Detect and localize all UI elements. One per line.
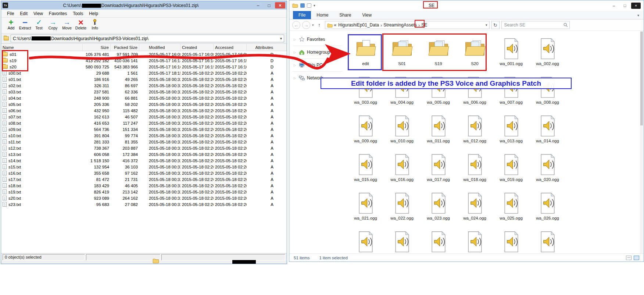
- search-input[interactable]: [501, 21, 570, 29]
- minimize-button[interactable]: –: [609, 3, 619, 9]
- menu-favorites[interactable]: Favorites: [46, 10, 70, 17]
- back-button[interactable]: ←: [292, 21, 300, 29]
- file-item[interactable]: [529, 228, 566, 253]
- scrollbar-thumb[interactable]: [640, 32, 643, 125]
- file-item[interactable]: wa_025.ogg: [493, 190, 529, 228]
- table-row[interactable]: s03.txt237 58162 3362015-05-18 00:322015…: [1, 89, 287, 95]
- file-item[interactable]: [457, 228, 493, 253]
- column-header-size[interactable]: Size: [83, 44, 111, 51]
- tab-file[interactable]: File: [293, 11, 311, 19]
- sidebar-item-favorites[interactable]: ▷Favorites: [289, 35, 346, 43]
- table-row[interactable]: s08.txt416 653117 2472015-05-18 00:32201…: [1, 120, 287, 126]
- file-item[interactable]: wa_026.ogg: [529, 190, 566, 228]
- file-item[interactable]: [384, 228, 420, 253]
- file-item[interactable]: wa_013.ogg: [493, 113, 529, 151]
- table-row[interactable]: s17.txt81 47221 7312015-05-18 00:322015-…: [1, 176, 287, 182]
- file-item[interactable]: wa_017.ogg: [420, 151, 457, 190]
- info-button[interactable]: iInfo: [88, 18, 102, 33]
- chevron-right-icon[interactable]: ▷: [294, 51, 297, 54]
- column-header-modified[interactable]: Modified: [139, 44, 180, 51]
- file-item[interactable]: [347, 228, 384, 253]
- ribbon-expand-icon[interactable]: ▾: [637, 13, 639, 17]
- file-item[interactable]: wa_014.ogg: [529, 113, 566, 151]
- folder-item[interactable]: S19: [420, 35, 457, 74]
- file-item[interactable]: wa_016.ogg: [384, 151, 420, 190]
- table-row[interactable]: s07.txt162 61346 5072015-05-18 00:322015…: [1, 114, 287, 120]
- table-row[interactable]: s15.txt132 95436 1032015-05-18 00:322015…: [1, 164, 287, 170]
- table-row[interactable]: s20.txt923 089264 1622015-05-18 00:32201…: [1, 195, 287, 201]
- file-item[interactable]: wa_008.ogg: [529, 74, 566, 113]
- file-item[interactable]: wa_015.ogg: [347, 151, 384, 190]
- breadcrumb-overflow[interactable]: «: [334, 22, 337, 28]
- table-row[interactable]: s14.txt1 518 150416 3722015-05-18 00:322…: [1, 157, 287, 164]
- table-row[interactable]: s11.txt281 33381 3552015-05-18 00:322015…: [1, 139, 287, 145]
- sevenzip-titlebar[interactable]: 7z C:\Users\Downloads\Higurashi\Higurash…: [1, 1, 287, 10]
- folder-item[interactable]: S20: [457, 35, 493, 74]
- table-row[interactable]: s05.txt205 33658 2022015-05-18 00:322015…: [1, 101, 287, 107]
- sidebar-item-homegroup[interactable]: ▷Homegroup: [289, 48, 346, 56]
- file-item[interactable]: [493, 228, 529, 253]
- column-header-created[interactable]: Created: [180, 44, 214, 51]
- chevron-right-icon[interactable]: ▷: [294, 38, 297, 41]
- maximize-button[interactable]: □: [620, 3, 630, 9]
- close-button[interactable]: ×: [631, 3, 641, 9]
- close-button[interactable]: ×: [275, 2, 285, 8]
- thumbnail-view-icon[interactable]: [634, 256, 639, 260]
- table-row[interactable]: s10.txt391 80499 7742015-05-18 00:322015…: [1, 132, 287, 139]
- file-item[interactable]: wa_004.ogg: [384, 74, 420, 113]
- file-item[interactable]: wa_021.ogg: [347, 190, 384, 228]
- chevron-right-icon[interactable]: ▷: [294, 77, 297, 80]
- menu-tools[interactable]: Tools: [70, 10, 86, 17]
- qat-dropdown-icon[interactable]: ▾: [314, 4, 315, 7]
- file-item[interactable]: wa_023.ogg: [420, 190, 457, 228]
- maximize-button[interactable]: □: [264, 2, 274, 8]
- table-row[interactable]: s01105 376 48197 591 7092015-05-17 16:08…: [1, 51, 287, 57]
- up-button[interactable]: ↑: [316, 21, 323, 29]
- extract-button[interactable]: −Extract: [18, 18, 32, 33]
- file-item[interactable]: wa_002.ogg: [529, 35, 566, 74]
- address-dropdown-icon[interactable]: ▾: [486, 23, 487, 27]
- folder-item[interactable]: S01: [384, 35, 420, 74]
- menu-view[interactable]: View: [31, 10, 46, 17]
- file-item[interactable]: wa_022.ogg: [384, 190, 420, 228]
- refresh-button[interactable]: ↻: [491, 21, 500, 29]
- table-row[interactable]: s19413 292 182410 036 1412015-05-17 16:1…: [1, 57, 287, 64]
- tab-home[interactable]: Home: [311, 11, 334, 19]
- file-item[interactable]: wa_018.ogg: [457, 151, 493, 190]
- tab-share[interactable]: Share: [334, 11, 357, 19]
- menu-help[interactable]: Help: [86, 10, 101, 17]
- table-row[interactable]: s18.txt183 42946 4052015-05-18 00:322015…: [1, 182, 287, 189]
- search-icon[interactable]: [563, 22, 568, 28]
- delete-button[interactable]: ×Delete: [74, 18, 88, 33]
- table-row[interactable]: s12.txt738 367203 8872015-05-18 00:32201…: [1, 145, 287, 151]
- column-header-attributes[interactable]: Attributes: [247, 44, 287, 51]
- file-item[interactable]: wa_012.ogg: [457, 113, 493, 151]
- taskbar-folder-icon[interactable]: [152, 257, 160, 264]
- column-header-accessed[interactable]: Accessed: [214, 44, 247, 51]
- column-header-packed-size[interactable]: Packed Size: [111, 44, 139, 51]
- sidebar-item-this-pc[interactable]: ▷This PC: [289, 61, 346, 69]
- breadcrumb-item-streamingassets[interactable]: StreamingAssets: [383, 22, 417, 28]
- explorer-titlebar[interactable]: ▾ SE – □ ×: [289, 0, 644, 11]
- table-row[interactable]: s19.txt826 419213 1422015-05-18 00:32201…: [1, 189, 287, 195]
- add-button[interactable]: +Add: [4, 18, 18, 33]
- column-header-name[interactable]: Name: [1, 44, 83, 51]
- file-item[interactable]: wa_001.ogg: [493, 35, 529, 74]
- address-combo[interactable]: C:\Users\Downloads\Higurashi\HigurashiPS…: [11, 35, 284, 42]
- file-item[interactable]: wa_010.ogg: [384, 113, 420, 151]
- breadcrumb[interactable]: « HigurashiEp01_Data›StreamingAssets›SE …: [325, 21, 490, 29]
- minimize-button[interactable]: –: [253, 2, 263, 8]
- folder-item[interactable]: edit: [347, 35, 384, 74]
- menu-file[interactable]: File: [4, 10, 17, 17]
- sidebar-item-network[interactable]: ▷Network: [289, 74, 346, 82]
- menu-edit[interactable]: Edit: [17, 10, 31, 17]
- file-item[interactable]: wa_003.ogg: [347, 74, 384, 113]
- dropdown-arrow-icon[interactable]: ▾: [280, 36, 282, 40]
- table-row[interactable]: s09.txt564 736151 3342015-05-18 00:32201…: [1, 126, 287, 132]
- file-item[interactable]: wa_005.ogg: [420, 74, 457, 113]
- table-row[interactable]: s16.txt355 65897 1622015-05-18 00:322015…: [1, 170, 287, 176]
- file-item[interactable]: wa_009.ogg: [347, 113, 384, 151]
- table-row[interactable]: s23.txt95 68327 0822015-05-18 00:322015-…: [1, 201, 287, 207]
- table-row[interactable]: s02.txt326 31186 6972015-05-18 00:322015…: [1, 82, 287, 89]
- table-row[interactable]: s01.txt186 91649 2652015-05-18 00:322015…: [1, 76, 287, 82]
